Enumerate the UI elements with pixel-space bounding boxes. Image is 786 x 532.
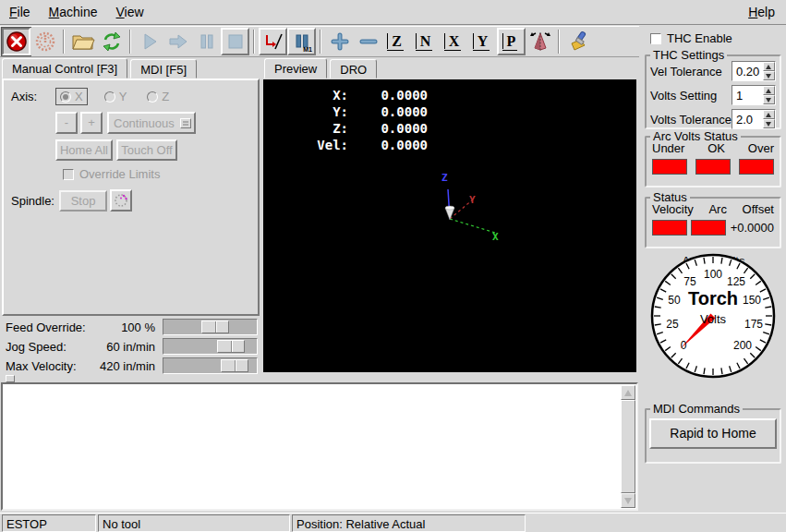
- axis-radio-y[interactable]: Y: [101, 89, 131, 104]
- run-button[interactable]: [135, 28, 163, 55]
- axis-radio-x[interactable]: X: [55, 88, 88, 105]
- under-indicator: [652, 159, 687, 175]
- machine-power-button[interactable]: [30, 28, 59, 55]
- spin-down-arrow[interactable]: [763, 119, 775, 128]
- view-y-button[interactable]: Y: [468, 28, 497, 55]
- estop-icon: [6, 30, 28, 53]
- menu-file[interactable]: File: [0, 1, 40, 23]
- view-z-button[interactable]: Z: [382, 28, 411, 55]
- axis-z-label: Z: [441, 172, 448, 184]
- open-file-button[interactable]: [68, 28, 97, 55]
- pause-button[interactable]: [192, 28, 221, 55]
- message-scrollbar[interactable]: [621, 385, 635, 508]
- gauge-tick-label: 200: [733, 339, 752, 352]
- menu-view[interactable]: View: [107, 1, 153, 23]
- axis-radio-z[interactable]: Z: [143, 89, 173, 104]
- gauge-tick-label: 75: [683, 275, 695, 288]
- zoom-in-button[interactable]: [325, 28, 354, 55]
- toolbar-separator: [129, 30, 131, 54]
- view-z2-button[interactable]: N: [411, 28, 440, 55]
- view-p-button[interactable]: P: [497, 28, 526, 55]
- spin-down-arrow[interactable]: [763, 95, 775, 104]
- slider-handle[interactable]: [201, 320, 229, 333]
- spin-up-arrow[interactable]: [763, 110, 775, 119]
- tab-manual-control[interactable]: Manual Control [F3]: [2, 58, 127, 79]
- home-all-button[interactable]: Home All: [55, 139, 113, 161]
- thc-enable-checkbox[interactable]: [650, 33, 661, 44]
- feed-override-value: 100 %: [121, 320, 155, 334]
- scrollbar-thumb[interactable]: [621, 400, 635, 493]
- dro-y-value: 0.0000: [348, 103, 428, 120]
- view-x-button[interactable]: X: [440, 28, 468, 55]
- spin-up-arrow[interactable]: [763, 86, 775, 95]
- thc-settings-title: THC Settings: [650, 48, 727, 62]
- slider-handle[interactable]: [217, 340, 245, 353]
- step-button[interactable]: [163, 28, 192, 55]
- toolbar-separator: [320, 30, 321, 54]
- stop-button[interactable]: [221, 28, 249, 55]
- thc-enable-label: THC Enable: [667, 31, 732, 45]
- scroll-down-arrow-icon[interactable]: [621, 493, 635, 508]
- menu-machine[interactable]: Machine: [40, 1, 107, 23]
- volts-setting-spinbox[interactable]: 1: [732, 85, 776, 105]
- vel-tolerance-value: 0.20: [736, 65, 759, 79]
- override-limits-checkbox[interactable]: [63, 169, 74, 180]
- optional-stop-m1-button[interactable]: M1: [287, 28, 316, 55]
- rapid-to-home-button[interactable]: Rapid to Home: [649, 418, 777, 449]
- rotate-cone-icon: [528, 31, 552, 52]
- step-arrow-icon: [167, 31, 189, 52]
- jog-mode-dropdown[interactable]: Continuous: [107, 112, 196, 134]
- dro-z-value: 0.0000: [348, 120, 428, 137]
- radio-icon: [60, 91, 71, 103]
- view-n-icon: N: [418, 33, 433, 50]
- pane-sash-grip[interactable]: [6, 375, 15, 382]
- thc-settings-group: THC Settings Vel Tolerance 0.20 Volts Se…: [645, 54, 781, 129]
- manual-control-panel: Axis: X Y Z - + Continuous Home All Touc…: [2, 79, 260, 316]
- tab-mdi[interactable]: MDI [F5]: [130, 59, 197, 79]
- rotate-view-button[interactable]: [526, 28, 554, 55]
- pause-icon: [198, 32, 216, 51]
- tab-preview[interactable]: Preview: [264, 58, 327, 79]
- estop-button[interactable]: [2, 28, 30, 55]
- dro-x-value: 0.0000: [348, 87, 428, 103]
- zoom-out-button[interactable]: [354, 28, 382, 55]
- message-log[interactable]: [1, 382, 638, 511]
- statusbar-tool-info: No tool: [98, 514, 290, 532]
- spin-down-arrow[interactable]: [763, 71, 775, 80]
- spin-up-arrow[interactable]: [763, 62, 775, 71]
- play-icon: [139, 31, 160, 52]
- m1-label: M1: [303, 46, 312, 53]
- jog-speed-slider[interactable]: [163, 338, 258, 355]
- view-y-icon: Y: [476, 33, 490, 50]
- gauge-tick-label: 100: [704, 268, 722, 281]
- status-title: Status: [650, 190, 690, 204]
- reload-button[interactable]: [97, 28, 126, 55]
- spindle-stop-button[interactable]: Stop: [59, 190, 107, 212]
- vel-tolerance-spinbox[interactable]: 0.20: [732, 61, 776, 81]
- axis-origin-indicator: [416, 180, 517, 254]
- scroll-up-arrow-icon[interactable]: [621, 385, 635, 400]
- tab-dro[interactable]: DRO: [330, 59, 377, 79]
- mdi-commands-title: MDI Commands: [650, 402, 743, 416]
- gauge-tick-label: 50: [668, 294, 680, 307]
- volts-tolerance-value: 2.0: [736, 113, 753, 127]
- volts-tolerance-spinbox[interactable]: 2.0: [732, 109, 776, 129]
- preview-canvas[interactable]: X:0.0000 Y:0.0000 Z:0.0000 Vel:0.0000 Z …: [263, 79, 636, 372]
- spindle-brake-button[interactable]: [110, 189, 132, 212]
- gauge-tick-label: 175: [744, 318, 763, 331]
- jog-minus-button[interactable]: -: [55, 112, 78, 134]
- feed-override-slider[interactable]: [163, 319, 258, 335]
- jog-plus-button[interactable]: +: [80, 112, 103, 134]
- touch-off-button[interactable]: Touch Off: [116, 139, 177, 161]
- max-velocity-slider[interactable]: [163, 357, 258, 374]
- clear-plot-button[interactable]: [563, 28, 592, 55]
- over-indicator: [739, 159, 774, 175]
- menu-help[interactable]: Help: [737, 1, 786, 23]
- spindle-label: Spindle:: [11, 194, 59, 208]
- statusbar-machine-state: ESTOP: [2, 514, 96, 532]
- axis-z-label: Z: [162, 90, 169, 103]
- volts-setting-label: Volts Setting: [650, 89, 732, 103]
- toolbar-separator: [558, 30, 560, 54]
- run-from-line-button[interactable]: [259, 28, 287, 55]
- slider-handle[interactable]: [221, 359, 248, 372]
